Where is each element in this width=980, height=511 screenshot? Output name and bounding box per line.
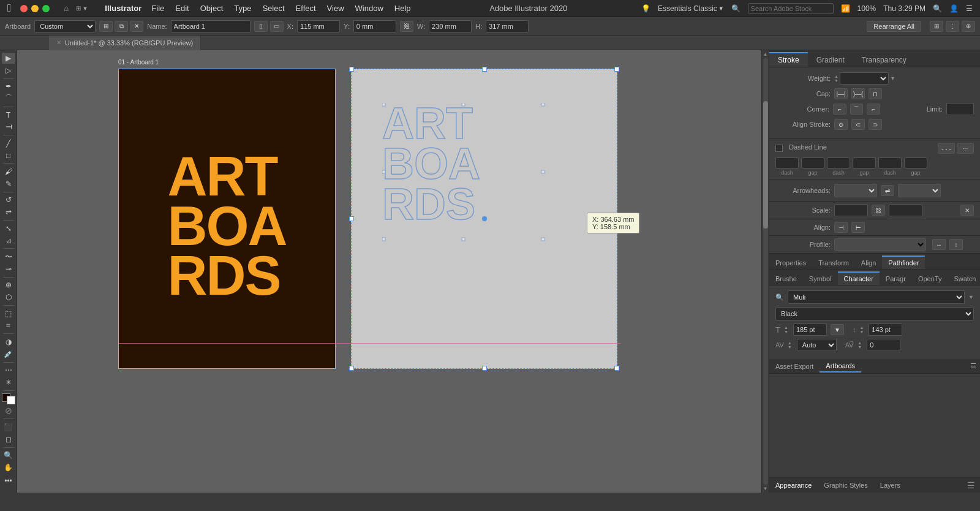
handle-br[interactable]: [614, 366, 619, 371]
color-swatches[interactable]: [2, 393, 15, 404]
symbol-sprayer[interactable]: ✳: [2, 377, 15, 388]
menu-edit[interactable]: Edit: [170, 2, 194, 14]
align-btn2[interactable]: ⊢: [851, 222, 865, 233]
leading-up[interactable]: ▲: [859, 325, 864, 330]
tab-stroke[interactable]: Stroke: [769, 52, 808, 67]
document-tab[interactable]: ✕ Untitled-1* @ 33.33% (RGB/GPU Preview): [49, 36, 201, 50]
pencil-tool[interactable]: ✎: [2, 178, 15, 189]
align-outside[interactable]: ⊃: [869, 119, 882, 130]
corner-round[interactable]: ⌒: [850, 104, 864, 115]
bottom-panel-menu-icon[interactable]: ☰: [962, 480, 980, 490]
handle-tm[interactable]: [482, 67, 487, 72]
more-tools-btn[interactable]: •••: [2, 474, 15, 488]
corner-miter[interactable]: ⌐: [833, 104, 846, 115]
scroll-down-arrow[interactable]: ▼: [763, 486, 768, 491]
gap3[interactable]: [904, 157, 927, 168]
artboard-duplicate-icon[interactable]: ⧉: [115, 21, 128, 32]
constrain-icon[interactable]: ⛓: [400, 21, 413, 32]
leading-dn[interactable]: ▼: [859, 330, 864, 334]
font-dropdown-icon[interactable]: ▼: [968, 294, 974, 300]
x-input[interactable]: [297, 20, 340, 32]
dash1[interactable]: [775, 157, 799, 168]
weight-dn[interactable]: ▼: [834, 78, 839, 83]
eyedropper-tool[interactable]: 💉: [2, 349, 15, 360]
preset-select[interactable]: Custom: [34, 20, 96, 32]
artboard-props-icon[interactable]: ⊞: [99, 21, 113, 32]
portrait-icon[interactable]: ▯: [254, 21, 268, 32]
blend-tool[interactable]: ⋯: [2, 365, 15, 376]
menu-window[interactable]: Window: [350, 2, 388, 14]
vertical-type-tool[interactable]: T: [3, 120, 14, 134]
tracking-dn[interactable]: ▼: [858, 345, 862, 349]
dash3[interactable]: [878, 157, 902, 168]
hand-tool[interactable]: ✋: [2, 462, 15, 473]
handle-bl[interactable]: [349, 366, 354, 371]
tab-transparency[interactable]: Transparency: [853, 52, 915, 67]
y-input[interactable]: [353, 20, 396, 32]
scale-tool[interactable]: ⤡: [2, 223, 15, 234]
rearrange-button[interactable]: Rearrange All: [867, 21, 921, 32]
scale-start-input[interactable]: [834, 204, 868, 216]
tab-properties[interactable]: Properties: [769, 255, 812, 269]
arrow-swap-icon[interactable]: ⇌: [881, 185, 894, 196]
tab-brushe[interactable]: Brushe: [769, 271, 803, 285]
tab-layers[interactable]: Layers: [874, 479, 907, 491]
menu-effect[interactable]: Effect: [291, 2, 321, 14]
corner-bevel[interactable]: ⌐: [867, 104, 880, 115]
tab-graphic-styles[interactable]: Graphic Styles: [818, 479, 874, 491]
tab-swatches[interactable]: Swatch: [948, 271, 980, 285]
canvas-area[interactable]: 01 - Artboard 1 ART BOA RDS ART BOA: [17, 50, 761, 493]
menu-file[interactable]: File: [146, 2, 169, 14]
perspective-tool[interactable]: ⬚: [2, 308, 15, 319]
kerning-select[interactable]: Auto: [797, 339, 837, 351]
tab-gradient[interactable]: Gradient: [808, 52, 853, 67]
dashed-pattern1[interactable]: - - -: [938, 143, 955, 154]
screen-mode-icon[interactable]: ⬛: [2, 422, 15, 433]
user-icon[interactable]: 👤: [949, 4, 959, 13]
zoom-tool[interactable]: 🔍: [2, 450, 15, 461]
tracking-input[interactable]: [867, 339, 900, 351]
reflect-tool[interactable]: ⇌: [2, 206, 15, 218]
gradient-tool[interactable]: ◑: [2, 336, 15, 347]
scale-end-input[interactable]: [889, 204, 922, 216]
limit-input[interactable]: [946, 103, 974, 115]
fullscreen-dot[interactable]: [42, 5, 50, 12]
align-inside[interactable]: ⊂: [851, 119, 865, 130]
tab-appearance[interactable]: Appearance: [769, 479, 818, 491]
weight-select[interactable]: [840, 72, 889, 85]
tab-opentype[interactable]: OpenTy: [912, 271, 948, 285]
font-style-select[interactable]: Black: [775, 307, 974, 320]
search-icon[interactable]: 🔍: [731, 4, 741, 13]
profile-flip-v[interactable]: ↕: [949, 239, 963, 250]
font-size-input[interactable]: [793, 324, 827, 336]
gap1[interactable]: [801, 157, 824, 168]
size-dn[interactable]: ▼: [784, 330, 788, 334]
arrow-end-select[interactable]: [898, 184, 941, 197]
line-tool[interactable]: ╱: [2, 138, 15, 149]
cap-square[interactable]: ⊓: [869, 88, 882, 99]
artboard-delete-icon[interactable]: ✕: [130, 21, 143, 32]
weight-up[interactable]: ▲: [834, 74, 839, 78]
stock-search-input[interactable]: [748, 3, 834, 14]
lightbulb-icon[interactable]: 💡: [641, 4, 650, 13]
handle-bm[interactable]: [482, 366, 487, 371]
size-up[interactable]: ▲: [784, 325, 788, 330]
artboard-name-input[interactable]: [171, 20, 251, 32]
menu-help[interactable]: Help: [390, 2, 416, 14]
scale-delete-icon[interactable]: ✕: [960, 205, 974, 216]
kerning-dn[interactable]: ▼: [788, 345, 792, 349]
scale-link-icon[interactable]: ⛓: [872, 205, 885, 216]
cap-round[interactable]: )—(: [851, 88, 865, 99]
minimize-dot[interactable]: [31, 5, 39, 12]
scroll-up-arrow[interactable]: ▲: [763, 51, 768, 57]
kerning-up[interactable]: ▲: [788, 341, 792, 345]
right-scrollbar[interactable]: ▲ ▼: [761, 50, 769, 493]
dashed-checkbox[interactable]: [775, 145, 783, 152]
w-input[interactable]: [429, 20, 472, 32]
tab-transform[interactable]: Transform: [812, 255, 855, 269]
pen-tool[interactable]: ✒: [2, 81, 15, 92]
curvature-tool[interactable]: ⌒: [2, 93, 15, 104]
close-dot[interactable]: [20, 5, 28, 12]
tab-asset-export[interactable]: Asset Export: [769, 361, 820, 372]
rotate-tool[interactable]: ↺: [2, 195, 15, 206]
